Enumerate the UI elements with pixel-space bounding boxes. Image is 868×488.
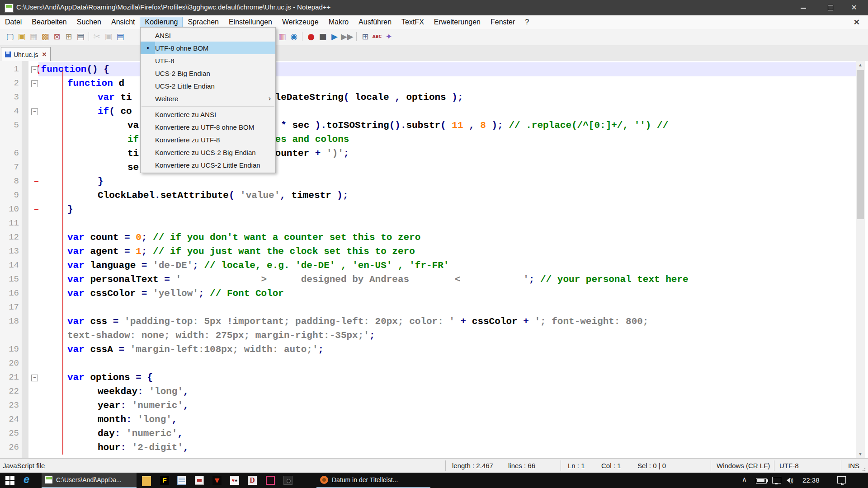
minimize-button[interactable]: [793, 0, 814, 15]
menu-item-makro[interactable]: Makro: [324, 17, 354, 28]
spell-check-icon[interactable]: ABC: [372, 31, 382, 42]
code-line-16: var cssColor = 'yellow'; // Font Color: [0, 286, 854, 300]
code-line-6: ticounter + ')';: [0, 146, 854, 160]
menu-icon-cell: [141, 121, 155, 133]
pinned-f-app-icon[interactable]: F: [160, 476, 169, 485]
pinned-explorer-icon[interactable]: [142, 476, 151, 486]
menu-item-sprachen[interactable]: Sprachen: [183, 17, 224, 28]
tab-uhr-uc-js[interactable]: Uhr.uc.js ✕: [1, 47, 51, 61]
macro-record-icon[interactable]: ●: [306, 31, 316, 42]
menu-item-konvertiere-zu-ucs-2-little-endian[interactable]: Konvertiere zu UCS-2 Little Endian: [141, 159, 275, 171]
menu-item-konvertiere-zu-ucs-2-big-endian[interactable]: Konvertiere zu UCS-2 Big Endian: [141, 146, 275, 159]
menu-item-label: Konvertiere zu UTF-8 ohne BOM: [155, 123, 275, 131]
show-all-characters-icon[interactable]: ◉: [288, 31, 299, 42]
scroll-up-arrow[interactable]: ▲: [856, 61, 865, 69]
code-editor[interactable]: 1234567891011121314151617181920212223242…: [0, 61, 868, 458]
start-button[interactable]: [5, 476, 14, 485]
menu-item-weitere[interactable]: Weitere›: [141, 92, 275, 105]
pinned-cards-icon[interactable]: ♥♠: [230, 476, 239, 485]
menu-item-datei[interactable]: Datei: [0, 17, 27, 28]
close-button[interactable]: ×: [844, 0, 864, 15]
fold-collapse-icon[interactable]: −: [31, 375, 38, 381]
taskbar-item-notepadpp[interactable]: C:\Users\Andi\AppDa...: [42, 473, 137, 488]
notepadpp-task-icon: [45, 476, 52, 483]
doc-switcher-icon[interactable]: ▥: [277, 31, 288, 42]
macro-play-icon[interactable]: ▶: [329, 31, 340, 42]
menu-item-utf-8-ohne-bom[interactable]: ●UTF-8 ohne BOM: [141, 42, 275, 54]
menu-item-werkzeuge[interactable]: Werkzeuge: [277, 17, 324, 28]
menubar-close-document-button[interactable]: ✕: [854, 18, 860, 27]
vertical-scrollbar[interactable]: ▲ ▼: [856, 61, 865, 458]
tab-close-icon[interactable]: ✕: [42, 51, 47, 58]
save-icon[interactable]: ▦: [28, 31, 39, 42]
resize-grip[interactable]: [862, 467, 867, 471]
menu-item-konvertiere-zu-utf-8[interactable]: Konvertiere zu UTF-8: [141, 133, 275, 146]
menu-item-ansicht[interactable]: Ansicht: [106, 17, 140, 28]
tray-chevron-up-icon[interactable]: ∧: [742, 475, 747, 483]
menu-item-ansi[interactable]: ANSI: [141, 29, 275, 42]
copy-icon[interactable]: ▣: [103, 31, 114, 42]
fold-collapse-icon[interactable]: −: [31, 80, 38, 87]
firefox-task-icon: [320, 476, 328, 484]
scrollbar-thumb[interactable]: [857, 70, 864, 219]
maximize-button[interactable]: [820, 0, 841, 15]
pinned-camera-icon[interactable]: [283, 476, 292, 485]
scroll-down-arrow[interactable]: ▼: [856, 450, 865, 458]
new-file-icon[interactable]: ▢: [5, 31, 15, 42]
pinned-download-arrow-icon[interactable]: ▼: [212, 476, 222, 485]
network-icon[interactable]: [772, 477, 781, 483]
open-folder-icon[interactable]: ▣: [16, 31, 27, 42]
menu-item-ucs-2-little-endian[interactable]: UCS-2 Little Endian: [141, 80, 275, 92]
plugin-icon[interactable]: ✦: [383, 31, 394, 42]
close-all-documents-icon[interactable]: ⊞: [63, 31, 74, 42]
taskbar-clock[interactable]: 22:38: [802, 476, 820, 484]
paste-icon[interactable]: ▤: [115, 31, 126, 42]
macro-run-multiple-icon[interactable]: ▶▶: [341, 31, 352, 42]
tab-label: Uhr.uc.js: [14, 51, 38, 58]
pinned-monitor-icon[interactable]: [266, 476, 275, 485]
pinned-scanner-icon[interactable]: [195, 476, 204, 485]
code-line-wrap-19: text-shadow: none; width: 275px; margin-…: [0, 328, 854, 343]
notepadpp-app-icon: [5, 4, 14, 13]
code-line-23: year: 'numeric',: [0, 399, 854, 413]
battery-icon[interactable]: [756, 478, 767, 484]
menu-item-bearbeiten[interactable]: Bearbeiten: [27, 17, 71, 28]
code-line-3: var tialeDateString( locale , options );: [0, 90, 854, 104]
fold-collapse-icon[interactable]: −: [31, 108, 38, 115]
print-icon[interactable]: ▤: [75, 31, 86, 42]
menu-item-fenster[interactable]: Fenster: [486, 17, 520, 28]
menu-icon-cell: [141, 146, 155, 159]
code-line-4: if( co: [0, 104, 854, 118]
menu-item-label: Konvertiere zu UTF-8: [155, 136, 275, 144]
code-line-17: [0, 300, 854, 314]
window-layout-icon[interactable]: ⊞: [360, 31, 371, 42]
volume-icon[interactable]: )): [787, 476, 793, 483]
edge-browser-icon[interactable]: e: [24, 473, 29, 486]
menu-icon-cell: [141, 133, 155, 146]
menu-icon-cell: [141, 108, 155, 121]
taskbar-item-datum-titelleiste[interactable]: Datum in der Titelleist...: [316, 473, 430, 488]
code-line-24: month: 'long',: [0, 413, 854, 427]
menu-item-konvertiere-zu-ansi[interactable]: Konvertiere zu ANSI: [141, 108, 275, 121]
code-line-19: var cssA = 'margin-left:108px; width: au…: [0, 343, 854, 357]
menu-item-utf-8[interactable]: UTF-8: [141, 54, 275, 67]
menu-item-ausf-hren[interactable]: Ausführen: [354, 17, 396, 28]
menu-item--[interactable]: ?: [520, 17, 534, 28]
save-all-icon[interactable]: ▩: [40, 31, 51, 42]
close-document-icon[interactable]: ⊠: [52, 31, 62, 42]
code-line-11: [0, 216, 854, 230]
cut-icon[interactable]: ✂: [91, 31, 102, 42]
menu-item-kodierung[interactable]: Kodierung: [140, 17, 183, 28]
code-line-wrap-5: ifoes and colons: [0, 132, 854, 146]
pinned-notepad-icon[interactable]: [177, 476, 186, 485]
fold-collapse-icon[interactable]: −: [31, 66, 38, 73]
pinned-d-app-icon[interactable]: D: [248, 476, 257, 485]
menu-item-textfx[interactable]: TextFX: [396, 17, 429, 28]
macro-stop-icon[interactable]: ■: [317, 31, 328, 42]
menu-item-suchen[interactable]: Suchen: [72, 17, 106, 28]
menu-item-erweiterungen[interactable]: Erweiterungen: [429, 17, 486, 28]
menu-item-ucs-2-big-endian[interactable]: UCS-2 Big Endian: [141, 67, 275, 80]
menu-item-einstellungen[interactable]: Einstellungen: [224, 17, 277, 28]
notification-center-icon[interactable]: [837, 476, 846, 483]
menu-item-konvertiere-zu-utf-8-ohne-bom[interactable]: Konvertiere zu UTF-8 ohne BOM: [141, 121, 275, 133]
